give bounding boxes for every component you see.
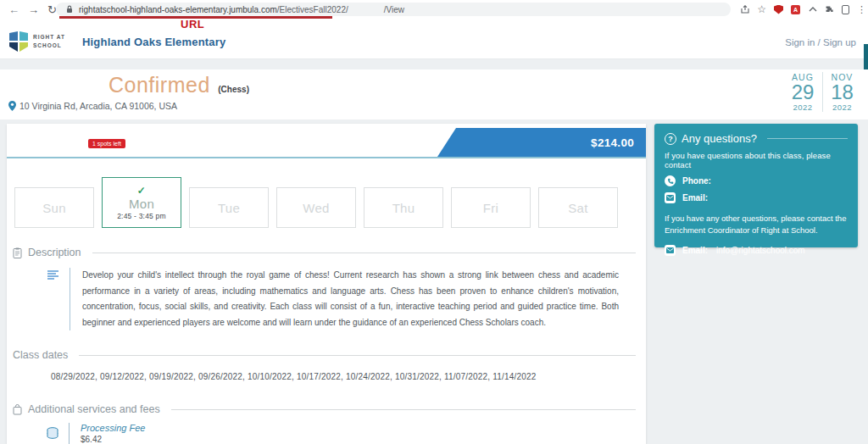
phone-icon — [665, 175, 676, 186]
class-time: 2:45 - 3:45 pm — [117, 212, 166, 220]
fee-name-link[interactable]: Processing Fee — [81, 423, 145, 433]
day-card-mon[interactable]: ✓ Mon 2:45 - 3:45 pm — [102, 177, 181, 228]
class-detail-card: 1 spots left $214.00 Sun ✓ Mon 2:45 - 3:… — [7, 124, 646, 444]
logo-text: RIGHT AT SCHOOL — [33, 33, 65, 50]
url-domain: rightatschool-highland-oaks-elementary.j… — [79, 5, 277, 14]
back-icon[interactable]: ← — [8, 3, 19, 16]
caret-icon[interactable] — [808, 5, 817, 14]
extensions-puzzle-icon[interactable] — [825, 5, 834, 14]
checkmark-icon: ✓ — [137, 186, 146, 196]
end-date: NOV 18 2022 — [822, 72, 861, 112]
day-label: Sun — [42, 201, 66, 215]
class-dates-heading-label: Class dates — [13, 349, 68, 361]
sidebar-intro-text: If you have questions about this class, … — [665, 151, 848, 169]
day-card-thu[interactable]: Thu — [364, 187, 443, 228]
class-dates-list: 08/29/2022, 09/12/2022, 09/19/2022, 09/2… — [51, 372, 646, 381]
fees-heading-label: Additional services and fees — [28, 403, 160, 415]
sidebar-other-text: If you have any other questions, please … — [665, 213, 848, 237]
site-header: RIGHT AT SCHOOL Highland Oaks Elementary… — [0, 19, 868, 59]
fees-heading: Additional services and fees — [13, 403, 646, 415]
pdf-extension-icon[interactable]: A — [791, 5, 800, 14]
url-annotation-label: URL — [181, 18, 204, 31]
school-name: Highland Oaks Elementary — [82, 36, 226, 48]
email2-label: Email: — [682, 246, 708, 255]
side-widget-tab[interactable] — [864, 44, 868, 69]
day-card-sun[interactable]: Sun — [14, 187, 94, 228]
address-bar[interactable]: rightatschool-highland-oaks-elementary.j… — [56, 3, 731, 16]
forward-icon[interactable]: → — [28, 3, 39, 16]
spots-left-badge: 1 spots left — [88, 139, 125, 148]
class-name: (Chess) — [218, 85, 249, 94]
description-heading-label: Description — [28, 247, 81, 258]
bookmark-star-icon[interactable]: ☆ — [757, 3, 766, 15]
weekday-selector: Sun ✓ Mon 2:45 - 3:45 pm Tue Wed Thu Fri… — [14, 177, 646, 228]
price-banner: 1 spots left $214.00 — [7, 128, 646, 158]
sidebar-heading: ? Any questions? — [665, 132, 848, 145]
phone-row: Phone: — [665, 175, 848, 186]
clipboard-icon — [13, 247, 22, 258]
price-value: $214.00 — [591, 136, 634, 149]
day-label: Mon — [129, 197, 154, 211]
description-text: Develop your child's intellect through t… — [70, 268, 619, 330]
question-circle-icon: ? — [665, 133, 676, 145]
email-label: Email: — [682, 193, 708, 203]
url-suffix: /View — [384, 5, 404, 14]
email-row: Email: — [665, 192, 848, 203]
day-label: Fri — [483, 201, 498, 215]
address: 10 Virginia Rd, Arcadia, CA 91006, USA — [8, 101, 177, 111]
email-icon — [665, 245, 676, 256]
coins-icon — [46, 427, 59, 440]
class-dates-heading: Class dates — [13, 349, 646, 361]
email2-row: Email: info@rightatschool.com — [665, 245, 848, 256]
fee-amount: $6.42 — [81, 435, 145, 444]
price-ribbon: $214.00 — [437, 128, 646, 157]
align-left-icon — [47, 270, 58, 280]
status-confirmed: Confirmed — [108, 73, 210, 97]
sign-in-sign-up-link[interactable]: Sign in / Sign up — [785, 37, 856, 47]
class-summary-band: Confirmed (Chess) 10 Virginia Rd, Arcadi… — [0, 69, 868, 119]
shopping-bag-icon — [13, 404, 22, 415]
brand[interactable]: RIGHT AT SCHOOL Highland Oaks Elementary — [8, 31, 226, 53]
session-dates: AUG 29 2022 NOV 18 2022 — [783, 72, 861, 112]
url-path: /ElectivesFall2022/ — [277, 5, 348, 14]
share-icon[interactable] — [740, 5, 749, 14]
day-label: Thu — [392, 201, 415, 215]
address-text: 10 Virginia Rd, Arcadia, CA 91006, USA — [19, 101, 177, 111]
day-label: Wed — [303, 201, 329, 215]
right-at-school-logo-icon — [8, 31, 29, 53]
day-card-fri[interactable]: Fri — [451, 187, 531, 228]
day-label: Sat — [568, 201, 587, 215]
day-card-sat[interactable]: Sat — [538, 187, 618, 228]
questions-sidebar: ? Any questions? If you have questions a… — [654, 124, 858, 247]
browser-menu-icon[interactable]: ⋮ — [857, 4, 866, 15]
lock-icon — [64, 5, 74, 14]
profile-icon[interactable] — [842, 5, 849, 14]
day-label: Tue — [218, 201, 240, 215]
day-card-tue[interactable]: Tue — [189, 187, 269, 228]
day-card-wed[interactable]: Wed — [276, 187, 356, 228]
email-icon — [665, 192, 676, 203]
start-date: AUG 29 2022 — [783, 72, 822, 112]
adblock-extension-icon[interactable] — [774, 5, 783, 14]
description-heading: Description — [13, 247, 646, 258]
sidebar-heading-label: Any questions? — [682, 132, 757, 145]
location-pin-icon — [8, 101, 16, 111]
email2-value[interactable]: info@rightatschool.com — [716, 246, 805, 255]
phone-label: Phone: — [682, 176, 711, 186]
